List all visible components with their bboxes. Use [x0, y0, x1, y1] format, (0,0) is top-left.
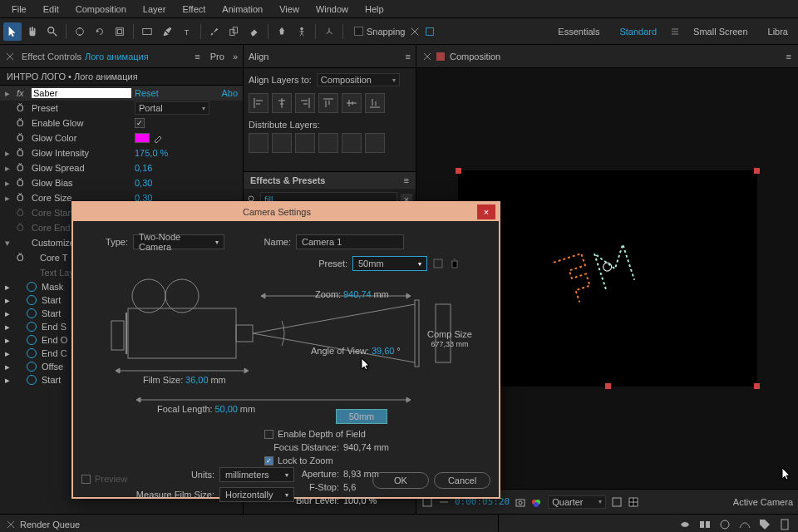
measure-film-dropdown[interactable]: Horizontally	[219, 487, 294, 502]
distribute-button[interactable]	[365, 133, 385, 153]
orbit-tool[interactable]	[71, 22, 89, 41]
stopwatch-icon[interactable]	[27, 348, 37, 358]
composition-canvas[interactable]	[458, 170, 757, 387]
graph-editor-icon[interactable]	[738, 518, 751, 531]
menu-view[interactable]: View	[271, 4, 308, 14]
distribute-button[interactable]	[249, 133, 268, 153]
workspace-menu-icon[interactable]	[670, 27, 680, 37]
pen-tool[interactable]	[158, 22, 176, 41]
stopwatch-icon[interactable]	[27, 322, 37, 332]
align-right-button[interactable]	[295, 93, 315, 113]
eraser-tool[interactable]	[245, 22, 264, 41]
active-camera-dropdown[interactable]: Active Camera	[733, 497, 793, 507]
zoom-tool[interactable]	[43, 22, 62, 41]
stopwatch-icon[interactable]	[27, 308, 37, 318]
composition-tab[interactable]: Composition	[450, 52, 500, 62]
rotation-tool[interactable]	[91, 22, 109, 41]
menu-effect[interactable]: Effect	[174, 4, 214, 14]
rectangle-tool[interactable]	[138, 22, 156, 41]
project-tab[interactable]: Pro	[210, 52, 224, 62]
effect-name[interactable]: Saber	[32, 88, 131, 98]
menu-layer[interactable]: Layer	[135, 4, 175, 14]
glow-spread-value[interactable]: 0,16	[135, 163, 152, 173]
distribute-button[interactable]	[342, 133, 362, 153]
align-left-button[interactable]	[249, 93, 268, 113]
mask-item[interactable]: Mask	[42, 282, 63, 292]
puppet-tool[interactable]	[293, 22, 311, 41]
text-tool[interactable]: T	[178, 22, 196, 41]
local-axis-icon[interactable]	[320, 22, 338, 41]
stopwatch-icon[interactable]	[27, 362, 37, 372]
stopwatch-icon[interactable]	[27, 282, 37, 292]
snapshot-icon[interactable]	[515, 496, 526, 508]
brush-tool[interactable]	[205, 22, 224, 41]
workspace-libraries[interactable]: Libra	[761, 25, 795, 38]
align-tab[interactable]: Align	[249, 52, 268, 62]
snapping-toggle[interactable]: Snapping	[354, 26, 436, 37]
menu-composition[interactable]: Composition	[67, 4, 135, 14]
marker-icon[interactable]	[778, 518, 791, 531]
motion-blur-icon[interactable]	[718, 518, 732, 531]
distribute-button[interactable]	[272, 133, 292, 153]
effect-about[interactable]: Abo	[221, 88, 238, 98]
ok-button[interactable]: OK	[372, 472, 429, 489]
mask-item[interactable]: End O	[42, 335, 67, 345]
panel-close-icon[interactable]	[7, 520, 15, 529]
align-top-button[interactable]	[318, 93, 338, 113]
preset-dropdown[interactable]: Portal	[135, 101, 209, 115]
mask-item[interactable]: Offse	[42, 362, 63, 372]
glow-color-swatch[interactable]	[135, 133, 150, 143]
menu-window[interactable]: Window	[308, 4, 357, 14]
stopwatch-icon[interactable]	[27, 295, 37, 305]
channel-icon[interactable]	[531, 496, 543, 508]
menu-help[interactable]: Help	[357, 4, 392, 14]
mask-item[interactable]: End S	[42, 322, 66, 332]
dialog-close-button[interactable]: ×	[477, 204, 495, 219]
mask-item[interactable]: Start	[42, 308, 61, 318]
workspace-essentials[interactable]: Essentials	[551, 25, 606, 38]
cancel-button[interactable]: Cancel	[434, 472, 490, 489]
camera-type-dropdown[interactable]: Two-Node Camera	[133, 234, 224, 249]
menu-edit[interactable]: Edit	[35, 4, 67, 14]
effect-controls-tab[interactable]: Effect Controls	[22, 52, 81, 62]
preview-checkbox[interactable]: Preview	[81, 474, 127, 484]
resolution-dropdown[interactable]: Quarter	[548, 495, 606, 509]
enable-dof-checkbox[interactable]: Enable Depth of Field	[264, 429, 389, 439]
menu-file[interactable]: File	[3, 4, 35, 14]
enable-glow-checkbox[interactable]	[135, 118, 145, 128]
stopwatch-icon[interactable]	[27, 375, 37, 385]
hand-tool[interactable]	[23, 22, 42, 41]
mask-item[interactable]: End C	[42, 348, 67, 358]
eyedropper-icon[interactable]	[153, 133, 165, 143]
panel-close-icon[interactable]	[5, 52, 15, 62]
menu-animation[interactable]: Animation	[214, 4, 271, 14]
effect-reset[interactable]: Reset	[135, 88, 159, 98]
region-icon[interactable]	[611, 496, 623, 508]
frame-blend-icon[interactable]	[698, 518, 712, 531]
glow-intensity-value[interactable]: 175,0 %	[135, 148, 168, 158]
stopwatch-icon[interactable]	[27, 335, 37, 345]
distribute-button[interactable]	[295, 133, 315, 153]
workspace-small-screen[interactable]: Small Screen	[687, 25, 754, 38]
mask-item[interactable]: Start	[42, 375, 61, 385]
roto-tool[interactable]	[273, 22, 291, 41]
panel-close-icon[interactable]	[423, 52, 431, 61]
render-queue-tab[interactable]: Render Queue	[20, 520, 80, 530]
align-bottom-button[interactable]	[365, 93, 385, 113]
shy-icon[interactable]	[678, 518, 692, 531]
tag-icon[interactable]	[758, 518, 771, 531]
distribute-button[interactable]	[318, 133, 338, 153]
grid-icon[interactable]	[628, 496, 639, 508]
snapping-checkbox[interactable]	[354, 27, 363, 36]
lock-to-zoom-checkbox[interactable]: Lock to Zoom	[264, 456, 389, 466]
mask-item[interactable]: Start	[42, 295, 61, 305]
workspace-standard[interactable]: Standard	[613, 25, 663, 38]
align-vcenter-button[interactable]	[342, 93, 362, 113]
glow-bias-value[interactable]: 0,30	[135, 178, 152, 188]
camera-name-input[interactable]	[296, 234, 404, 249]
selection-tool[interactable]	[3, 22, 22, 41]
clone-tool[interactable]	[225, 22, 244, 41]
align-to-dropdown[interactable]: Composition	[317, 73, 400, 86]
unified-camera-tool[interactable]	[111, 22, 129, 41]
align-hcenter-button[interactable]	[272, 93, 292, 113]
